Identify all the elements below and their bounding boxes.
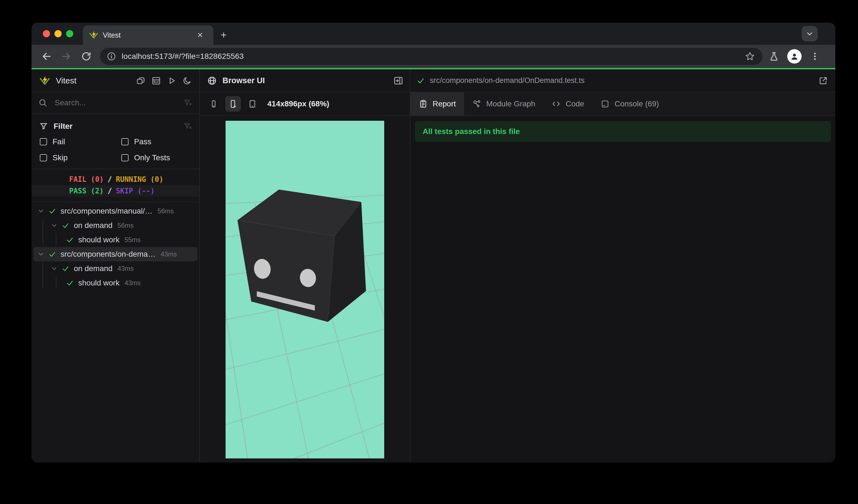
app-title: Vitest [56,76,77,85]
tab-search-button[interactable] [801,26,817,42]
test-duration: 56ms [117,222,134,229]
viewport-size-label[interactable]: 414x896px (68%) [267,99,329,108]
menu-button[interactable] [810,51,820,61]
filter-option-skip[interactable]: Skip [32,153,113,162]
filter-option-only-tests[interactable]: Only Tests [113,153,195,162]
checkbox-pass[interactable] [121,138,129,145]
module-graph-icon [472,99,481,108]
checkbox-label: Pass [134,137,151,146]
dock-panel-button[interactable] [393,76,403,86]
report-header: src/components/on-demand/OnDemand.test.t… [411,69,835,92]
site-info-button[interactable] [105,50,118,63]
tab-close-icon[interactable]: ✕ [195,30,205,40]
browser-tab[interactable]: Vitest ✕ [83,26,213,45]
fail-count: FAIL (0) [69,175,104,183]
device-phone-button[interactable] [225,96,241,112]
reload-button[interactable] [79,49,94,64]
vitest-ui: Vitest [32,69,835,462]
dark-mode-toggle[interactable] [182,76,192,86]
clipboard-icon [419,99,428,108]
test-duration: 56ms [158,207,174,215]
moon-icon [182,76,192,85]
pass-check-icon [416,77,425,85]
tab-code[interactable]: Code [543,92,592,115]
phone-small-icon [209,100,218,108]
report-tabs: Report Module Graph Code Console (69) [411,92,835,116]
chevron-down-icon[interactable] [51,265,58,272]
filter-row-1: Fail Pass [32,134,199,150]
test-file-label: src/components/on-dema… [61,250,156,259]
search-icon [38,98,48,108]
test-case-label: should work [78,235,120,244]
tab-module-graph[interactable]: Module Graph [464,92,543,115]
address-bar[interactable]: localhost:5173/#/?file=1828625563 [100,48,762,65]
forward-arrow-icon [61,51,72,62]
new-tab-button[interactable]: + [217,29,230,42]
open-in-editor-button[interactable] [818,76,828,86]
pass-check-icon [48,250,56,258]
search-input[interactable] [54,98,183,108]
panel-right-icon [393,76,403,86]
bookmark-button[interactable] [744,50,756,63]
back-arrow-icon [41,51,52,62]
checkbox-skip[interactable] [40,154,47,161]
tree-row-test[interactable]: should work 43ms [33,276,197,290]
experiments-button[interactable] [769,51,779,61]
tablet-icon [248,99,257,108]
checkbox-fail[interactable] [40,138,47,145]
separator: / [104,187,116,195]
window-close-button[interactable] [43,30,50,37]
robot-cube [237,190,366,322]
dashboard-icon [152,76,161,85]
user-icon [790,51,799,61]
clear-filter-icon[interactable] [183,98,192,107]
info-icon [107,51,116,61]
phone-plus-icon [228,99,237,108]
forward-button[interactable] [59,49,74,64]
filter-section: Filter Fail Pass [32,114,199,169]
tree-row-file[interactable]: src/components/manual/… 56ms [33,204,197,218]
profile-button[interactable] [787,49,801,64]
windows-stack-icon [136,76,145,85]
device-tablet-button[interactable] [244,96,260,112]
test-suite-label: on demand [74,264,112,273]
back-button[interactable] [39,49,54,64]
ui-layout-button[interactable] [136,76,146,86]
tab-report[interactable]: Report [411,92,464,115]
tree-row-file-selected[interactable]: src/components/on-dema… 43ms [33,247,197,261]
external-link-icon [818,76,828,86]
tab-bar: Vitest ✕ + [32,23,835,45]
window-minimize-button[interactable] [54,30,62,37]
window-zoom-button[interactable] [66,30,73,37]
test-tree: src/components/manual/… 56ms on demand 5… [32,202,199,290]
filter-title: Filter [54,122,73,131]
kebab-menu-icon [810,52,820,61]
code-icon [552,99,560,108]
skip-count: SKIP (--) [116,187,155,195]
clear-filter-button[interactable] [183,122,192,131]
browser-ui-header: Browser UI [200,69,410,92]
clear-filter-icon [183,122,192,131]
test-case-label: should work [78,278,120,287]
tree-row-test[interactable]: should work 55ms [33,233,197,247]
test-viewport[interactable] [225,121,384,458]
dashboard-button[interactable] [151,76,161,86]
device-small-button[interactable] [206,96,221,112]
url-text[interactable]: localhost:5173/#/?file=1828625563 [122,52,244,61]
tree-row-suite[interactable]: on demand 56ms [33,218,197,233]
filter-option-fail[interactable]: Fail [32,137,113,146]
checkbox-only-tests[interactable] [121,154,129,161]
test-duration: 55ms [124,236,141,244]
browser-window: Vitest ✕ + localhost:5173/# [32,23,835,462]
filter-option-pass[interactable]: Pass [113,137,195,146]
summary-line-2: PASS (2)/SKIP (--) [32,185,199,197]
summary-line-1: FAIL (0)/RUNNING (0) [32,174,199,185]
checkbox-label: Only Tests [134,153,170,162]
chevron-down-icon[interactable] [37,208,45,215]
tree-row-suite[interactable]: on demand 43ms [33,261,197,276]
chevron-down-icon[interactable] [51,222,58,229]
chevron-down-icon[interactable] [37,250,45,258]
run-all-button[interactable] [167,76,177,86]
globe-icon [207,76,217,86]
tab-console[interactable]: Console (69) [592,92,667,115]
